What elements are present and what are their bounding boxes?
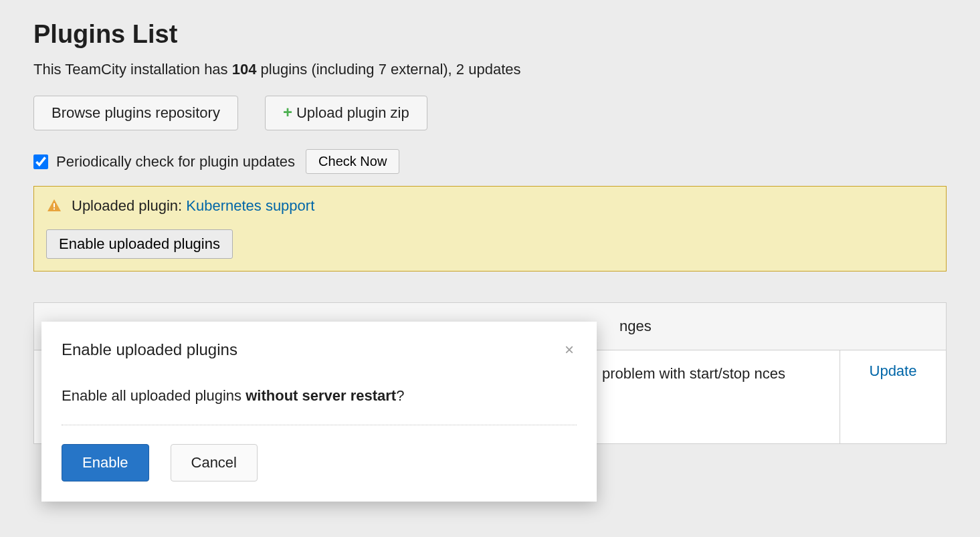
cell-action: Update xyxy=(840,350,946,443)
dialog-enable-button[interactable]: Enable xyxy=(62,444,149,481)
plus-icon: + xyxy=(283,104,292,120)
plugin-count: 104 xyxy=(232,61,257,78)
uploaded-plugin-notice: Uploaded plugin: Kubernetes support Enab… xyxy=(33,186,947,272)
column-changes: nges xyxy=(619,318,652,335)
warning-icon xyxy=(46,198,62,214)
dialog-body-bold: without server restart xyxy=(246,387,396,404)
cell-changes: problem with start/stop nces xyxy=(587,350,840,443)
svg-rect-0 xyxy=(54,203,55,207)
update-link[interactable]: Update xyxy=(870,362,917,379)
dialog-close-button[interactable]: × xyxy=(562,340,577,359)
dialog-body-suffix: ? xyxy=(396,387,404,404)
periodic-check-row: Periodically check for plugin updates Ch… xyxy=(33,149,947,174)
action-buttons: Browse plugins repository +Upload plugin… xyxy=(33,96,947,130)
check-now-button[interactable]: Check Now xyxy=(306,149,399,174)
subtitle-prefix: This TeamCity installation has xyxy=(33,61,232,78)
dialog-title: Enable uploaded plugins xyxy=(62,340,237,359)
svg-rect-1 xyxy=(54,209,55,210)
dialog-body-prefix: Enable all uploaded plugins xyxy=(62,387,246,404)
upload-plugin-zip-label: Upload plugin zip xyxy=(296,104,409,121)
enable-uploaded-plugins-button[interactable]: Enable uploaded plugins xyxy=(46,229,233,259)
page-title: Plugins List xyxy=(33,20,947,49)
periodic-check-label: Periodically check for plugin updates xyxy=(56,153,295,171)
uploaded-plugin-link[interactable]: Kubernetes support xyxy=(186,197,314,214)
dialog-body: Enable all uploaded plugins without serv… xyxy=(62,387,577,425)
page-subtitle: This TeamCity installation has 104 plugi… xyxy=(33,61,947,78)
dialog-actions: Enable Cancel xyxy=(62,444,577,481)
subtitle-suffix: plugins (including 7 external), 2 update… xyxy=(256,61,520,78)
notice-prefix: Uploaded plugin: xyxy=(72,197,186,214)
close-icon: × xyxy=(565,340,574,358)
periodic-check-checkbox[interactable] xyxy=(33,154,48,169)
dialog-cancel-button[interactable]: Cancel xyxy=(171,444,258,481)
upload-plugin-zip-button[interactable]: +Upload plugin zip xyxy=(265,96,427,130)
notice-text: Uploaded plugin: Kubernetes support xyxy=(72,197,314,215)
browse-plugins-repository-button[interactable]: Browse plugins repository xyxy=(33,96,238,130)
enable-plugins-dialog: Enable uploaded plugins × Enable all upl… xyxy=(41,322,597,502)
